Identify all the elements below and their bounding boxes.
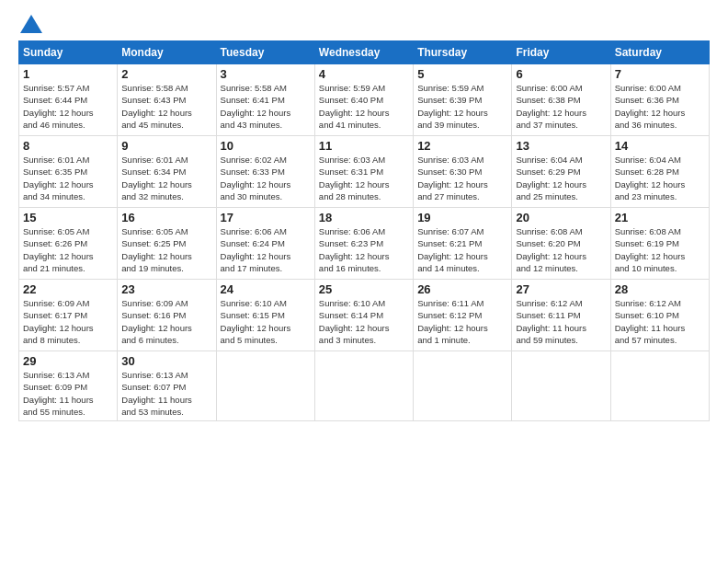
day-number: 19 xyxy=(417,211,507,224)
calendar-cell: 1Sunrise: 5:57 AM Sunset: 6:44 PM Daylig… xyxy=(19,64,118,136)
day-number: 13 xyxy=(516,139,606,153)
day-info: Sunrise: 6:03 AM Sunset: 6:30 PM Dayligh… xyxy=(417,154,507,202)
day-number: 15 xyxy=(23,211,113,224)
calendar-cell: 30Sunrise: 6:13 AM Sunset: 6:07 PM Dayli… xyxy=(118,351,216,421)
calendar-cell xyxy=(414,351,512,421)
day-number: 12 xyxy=(417,139,507,153)
calendar-cell: 16Sunrise: 6:05 AM Sunset: 6:25 PM Dayli… xyxy=(118,208,216,280)
day-info: Sunrise: 5:58 AM Sunset: 6:43 PM Dayligh… xyxy=(121,82,211,131)
day-info: Sunrise: 6:00 AM Sunset: 6:36 PM Dayligh… xyxy=(615,82,705,131)
calendar-cell: 19Sunrise: 6:07 AM Sunset: 6:21 PM Dayli… xyxy=(414,208,512,280)
calendar-cell: 28Sunrise: 6:12 AM Sunset: 6:10 PM Dayli… xyxy=(610,280,709,351)
day-number: 30 xyxy=(121,354,211,368)
day-number: 14 xyxy=(615,139,705,153)
day-number: 20 xyxy=(516,211,606,224)
day-number: 29 xyxy=(23,354,113,368)
day-info: Sunrise: 6:06 AM Sunset: 6:23 PM Dayligh… xyxy=(319,225,409,274)
day-number: 18 xyxy=(319,211,409,224)
day-header-monday: Monday xyxy=(118,41,216,64)
day-header-wednesday: Wednesday xyxy=(314,41,413,64)
calendar-cell xyxy=(216,351,314,421)
day-number: 10 xyxy=(221,139,311,153)
day-number: 24 xyxy=(221,282,311,296)
day-info: Sunrise: 6:00 AM Sunset: 6:38 PM Dayligh… xyxy=(516,82,606,131)
day-info: Sunrise: 6:09 AM Sunset: 6:16 PM Dayligh… xyxy=(121,297,211,346)
day-number: 26 xyxy=(417,282,507,296)
day-info: Sunrise: 6:10 AM Sunset: 6:14 PM Dayligh… xyxy=(319,297,409,346)
calendar-cell: 9Sunrise: 6:01 AM Sunset: 6:34 PM Daylig… xyxy=(118,136,216,208)
day-number: 9 xyxy=(121,139,211,153)
day-header-thursday: Thursday xyxy=(414,41,512,64)
day-number: 6 xyxy=(516,67,606,81)
day-info: Sunrise: 5:58 AM Sunset: 6:41 PM Dayligh… xyxy=(221,82,311,131)
day-info: Sunrise: 6:12 AM Sunset: 6:11 PM Dayligh… xyxy=(516,297,606,346)
calendar-cell: 10Sunrise: 6:02 AM Sunset: 6:33 PM Dayli… xyxy=(216,136,314,208)
day-header-saturday: Saturday xyxy=(610,41,709,64)
day-info: Sunrise: 6:12 AM Sunset: 6:10 PM Dayligh… xyxy=(615,297,705,346)
day-number: 7 xyxy=(615,67,705,81)
calendar-cell: 5Sunrise: 5:59 AM Sunset: 6:39 PM Daylig… xyxy=(414,64,512,136)
calendar-week-row: 15Sunrise: 6:05 AM Sunset: 6:26 PM Dayli… xyxy=(19,208,710,280)
day-info: Sunrise: 6:04 AM Sunset: 6:29 PM Dayligh… xyxy=(516,154,606,202)
calendar-cell: 14Sunrise: 6:04 AM Sunset: 6:28 PM Dayli… xyxy=(610,136,709,208)
calendar-cell: 4Sunrise: 5:59 AM Sunset: 6:40 PM Daylig… xyxy=(314,64,413,136)
logo xyxy=(18,15,42,33)
calendar-cell xyxy=(314,351,413,421)
day-info: Sunrise: 6:04 AM Sunset: 6:28 PM Dayligh… xyxy=(615,154,705,202)
day-number: 3 xyxy=(221,67,311,81)
day-number: 28 xyxy=(615,282,705,296)
calendar-cell: 11Sunrise: 6:03 AM Sunset: 6:31 PM Dayli… xyxy=(314,136,413,208)
day-info: Sunrise: 5:59 AM Sunset: 6:40 PM Dayligh… xyxy=(319,82,409,131)
calendar-cell: 15Sunrise: 6:05 AM Sunset: 6:26 PM Dayli… xyxy=(19,208,118,280)
day-info: Sunrise: 6:05 AM Sunset: 6:26 PM Dayligh… xyxy=(23,225,113,274)
day-number: 25 xyxy=(319,282,409,296)
calendar-week-row: 22Sunrise: 6:09 AM Sunset: 6:17 PM Dayli… xyxy=(19,280,710,351)
calendar-week-row: 1Sunrise: 5:57 AM Sunset: 6:44 PM Daylig… xyxy=(19,64,710,136)
day-header-sunday: Sunday xyxy=(19,41,118,64)
calendar-table: SundayMondayTuesdayWednesdayThursdayFrid… xyxy=(18,40,710,421)
svg-marker-0 xyxy=(20,15,42,33)
day-number: 11 xyxy=(319,139,409,153)
day-info: Sunrise: 6:01 AM Sunset: 6:34 PM Dayligh… xyxy=(121,154,211,202)
day-number: 2 xyxy=(121,67,211,81)
calendar-cell xyxy=(512,351,610,421)
day-info: Sunrise: 6:11 AM Sunset: 6:12 PM Dayligh… xyxy=(417,297,507,346)
calendar-cell: 26Sunrise: 6:11 AM Sunset: 6:12 PM Dayli… xyxy=(414,280,512,351)
day-number: 4 xyxy=(319,67,409,81)
day-info: Sunrise: 6:07 AM Sunset: 6:21 PM Dayligh… xyxy=(417,225,507,274)
calendar-cell: 29Sunrise: 6:13 AM Sunset: 6:09 PM Dayli… xyxy=(19,351,118,421)
day-info: Sunrise: 6:03 AM Sunset: 6:31 PM Dayligh… xyxy=(319,154,409,202)
calendar-cell: 21Sunrise: 6:08 AM Sunset: 6:19 PM Dayli… xyxy=(610,208,709,280)
day-info: Sunrise: 6:01 AM Sunset: 6:35 PM Dayligh… xyxy=(23,154,113,202)
day-info: Sunrise: 6:13 AM Sunset: 6:09 PM Dayligh… xyxy=(23,369,113,418)
day-info: Sunrise: 6:08 AM Sunset: 6:19 PM Dayligh… xyxy=(615,225,705,274)
calendar-cell: 12Sunrise: 6:03 AM Sunset: 6:30 PM Dayli… xyxy=(414,136,512,208)
calendar-cell: 18Sunrise: 6:06 AM Sunset: 6:23 PM Dayli… xyxy=(314,208,413,280)
day-number: 1 xyxy=(23,67,113,81)
calendar-cell: 6Sunrise: 6:00 AM Sunset: 6:38 PM Daylig… xyxy=(512,64,610,136)
calendar-cell: 24Sunrise: 6:10 AM Sunset: 6:15 PM Dayli… xyxy=(216,280,314,351)
day-info: Sunrise: 6:02 AM Sunset: 6:33 PM Dayligh… xyxy=(221,154,311,202)
day-number: 5 xyxy=(417,67,507,81)
day-header-tuesday: Tuesday xyxy=(216,41,314,64)
day-info: Sunrise: 5:59 AM Sunset: 6:39 PM Dayligh… xyxy=(417,82,507,131)
day-info: Sunrise: 6:10 AM Sunset: 6:15 PM Dayligh… xyxy=(221,297,311,346)
day-number: 27 xyxy=(516,282,606,296)
calendar-cell: 27Sunrise: 6:12 AM Sunset: 6:11 PM Dayli… xyxy=(512,280,610,351)
day-header-friday: Friday xyxy=(512,41,610,64)
calendar-week-row: 8Sunrise: 6:01 AM Sunset: 6:35 PM Daylig… xyxy=(19,136,710,208)
calendar-cell: 7Sunrise: 6:00 AM Sunset: 6:36 PM Daylig… xyxy=(610,64,709,136)
calendar-week-row: 29Sunrise: 6:13 AM Sunset: 6:09 PM Dayli… xyxy=(19,351,710,421)
calendar-cell: 3Sunrise: 5:58 AM Sunset: 6:41 PM Daylig… xyxy=(216,64,314,136)
calendar-cell: 8Sunrise: 6:01 AM Sunset: 6:35 PM Daylig… xyxy=(19,136,118,208)
day-info: Sunrise: 6:13 AM Sunset: 6:07 PM Dayligh… xyxy=(121,369,211,418)
day-number: 16 xyxy=(121,211,211,224)
logo-icon xyxy=(20,15,42,33)
calendar-cell: 22Sunrise: 6:09 AM Sunset: 6:17 PM Dayli… xyxy=(19,280,118,351)
calendar-cell: 20Sunrise: 6:08 AM Sunset: 6:20 PM Dayli… xyxy=(512,208,610,280)
header xyxy=(18,15,710,33)
calendar-header-row: SundayMondayTuesdayWednesdayThursdayFrid… xyxy=(19,41,710,64)
day-number: 8 xyxy=(23,139,113,153)
calendar-cell: 25Sunrise: 6:10 AM Sunset: 6:14 PM Dayli… xyxy=(314,280,413,351)
day-number: 17 xyxy=(221,211,311,224)
